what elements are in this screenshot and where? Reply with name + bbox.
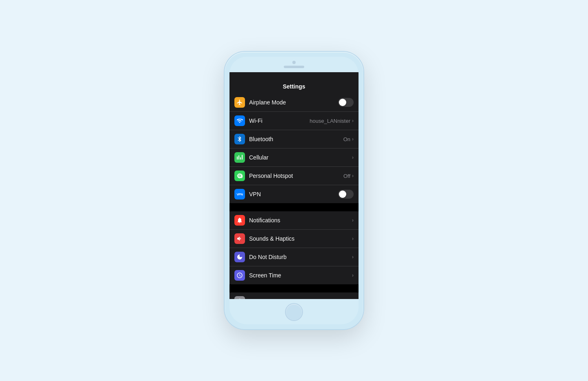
sounds-haptics-label: Sounds & Haptics bbox=[249, 235, 352, 242]
airplane-toggle-knob bbox=[339, 99, 346, 106]
row-sounds-haptics[interactable]: Sounds & Haptics › bbox=[229, 230, 359, 248]
row-do-not-disturb[interactable]: Do Not Disturb › bbox=[229, 248, 359, 266]
section-divider-1 bbox=[229, 203, 359, 211]
vpn-toggle-knob bbox=[339, 190, 346, 198]
wifi-label: Wi-Fi bbox=[249, 117, 310, 124]
sounds-chevron: › bbox=[352, 236, 354, 241]
phone-inner: Settings Airplane Mode bbox=[229, 57, 359, 324]
home-button[interactable] bbox=[285, 303, 303, 321]
bluetooth-label: Bluetooth bbox=[249, 136, 343, 142]
status-bar bbox=[229, 72, 359, 80]
section-connectivity: Airplane Mode Wi-Fi house_LA bbox=[229, 93, 359, 203]
row-cellular[interactable]: Cellular › bbox=[229, 148, 359, 167]
hotspot-label: Personal Hotspot bbox=[249, 173, 343, 179]
section-divider-2 bbox=[229, 284, 359, 292]
phone-top bbox=[229, 57, 359, 68]
bluetooth-icon-wrap bbox=[234, 134, 245, 144]
bluetooth-chevron: › bbox=[352, 136, 354, 142]
vpn-toggle[interactable] bbox=[338, 190, 354, 199]
wifi-icon bbox=[236, 117, 243, 124]
row-vpn[interactable]: VPN VPN bbox=[229, 185, 359, 203]
phone-frame: Settings Airplane Mode bbox=[225, 52, 363, 329]
screentime-icon bbox=[236, 272, 243, 279]
general-label: General bbox=[249, 298, 352, 299]
row-airplane-mode[interactable]: Airplane Mode bbox=[229, 93, 359, 112]
screentime-icon-wrap bbox=[234, 270, 245, 281]
speaker bbox=[284, 66, 304, 68]
screentime-chevron: › bbox=[352, 272, 354, 278]
cellular-label: Cellular bbox=[249, 154, 352, 161]
wifi-chevron: › bbox=[352, 118, 354, 124]
cellular-icon-wrap bbox=[234, 152, 245, 163]
hotspot-icon bbox=[236, 173, 243, 179]
airplane-mode-toggle[interactable] bbox=[338, 98, 354, 107]
notifications-label: Notifications bbox=[249, 217, 352, 224]
bluetooth-icon bbox=[236, 136, 243, 142]
notifications-chevron: › bbox=[352, 217, 354, 223]
nav-title: Settings bbox=[229, 80, 359, 93]
row-screen-time[interactable]: Screen Time › bbox=[229, 266, 359, 284]
row-personal-hotspot[interactable]: Personal Hotspot Off › bbox=[229, 167, 359, 185]
general-chevron: › bbox=[352, 299, 354, 299]
airplane-icon bbox=[236, 99, 243, 106]
bluetooth-value: On bbox=[343, 136, 350, 142]
camera-dot bbox=[292, 61, 296, 64]
row-notifications[interactable]: Notifications › bbox=[229, 211, 359, 230]
hotspot-value: Off bbox=[343, 173, 350, 179]
sounds-icon-wrap bbox=[234, 233, 245, 244]
dnd-chevron: › bbox=[352, 254, 354, 260]
sounds-icon bbox=[236, 235, 243, 242]
cellular-icon bbox=[236, 154, 243, 161]
screen: Settings Airplane Mode bbox=[229, 72, 359, 299]
screen-time-label: Screen Time bbox=[249, 272, 352, 279]
hotspot-icon-wrap bbox=[234, 171, 245, 181]
do-not-disturb-label: Do Not Disturb bbox=[249, 254, 352, 260]
gear-icon-wrap bbox=[234, 296, 245, 299]
vpn-icon-wrap: VPN bbox=[234, 189, 245, 199]
vpn-text: VPN bbox=[237, 193, 243, 196]
wifi-icon-wrap bbox=[234, 115, 245, 126]
section-system: Notifications › Sounds & Haptics › bbox=[229, 211, 359, 284]
airplane-icon-wrap bbox=[234, 97, 245, 108]
row-general[interactable]: General › bbox=[229, 292, 359, 299]
cellular-chevron: › bbox=[352, 155, 354, 160]
settings-title: Settings bbox=[283, 83, 305, 90]
hotspot-chevron: › bbox=[352, 173, 354, 179]
moon-icon-wrap bbox=[234, 252, 245, 262]
moon-icon bbox=[236, 254, 243, 260]
row-wifi[interactable]: Wi-Fi house_LANnister › bbox=[229, 112, 359, 130]
section-general: General › Control bbox=[229, 292, 359, 299]
notifications-icon bbox=[236, 217, 243, 224]
wifi-value: house_LANnister bbox=[310, 118, 350, 124]
row-bluetooth[interactable]: Bluetooth On › bbox=[229, 130, 359, 148]
gear-icon bbox=[236, 298, 243, 299]
airplane-mode-label: Airplane Mode bbox=[249, 99, 338, 106]
notifications-icon-wrap bbox=[234, 215, 245, 226]
vpn-label: VPN bbox=[249, 191, 338, 197]
settings-list[interactable]: Airplane Mode Wi-Fi house_LA bbox=[229, 93, 359, 299]
